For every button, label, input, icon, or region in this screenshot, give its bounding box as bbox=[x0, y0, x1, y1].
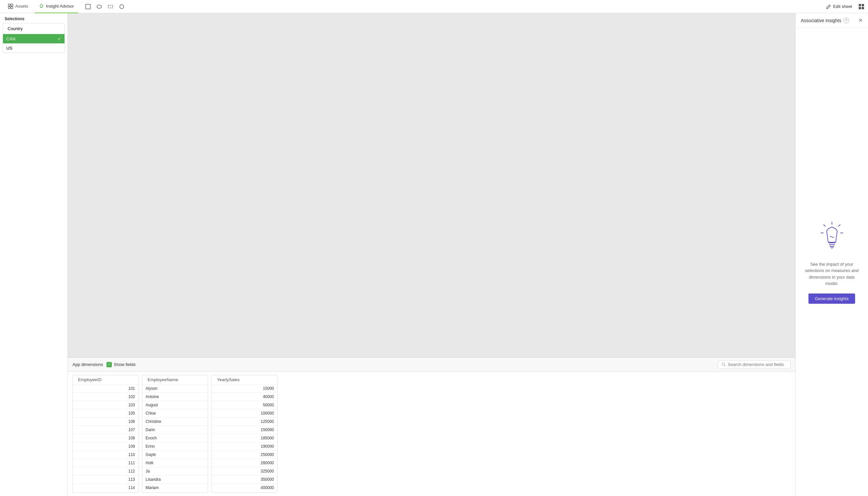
dim-row[interactable]: 111 bbox=[73, 459, 138, 467]
dim-row[interactable]: Antoine bbox=[142, 393, 208, 401]
help-icon[interactable]: ? bbox=[843, 17, 849, 24]
dim-row[interactable]: 350000 bbox=[212, 476, 277, 484]
dim-row[interactable]: August bbox=[142, 401, 208, 409]
topbar-right: Edit sheet bbox=[822, 3, 864, 10]
dim-row[interactable]: 101 bbox=[73, 385, 138, 393]
dim-row[interactable]: Alyson bbox=[142, 385, 208, 393]
dim-row[interactable]: Lisandra bbox=[142, 476, 208, 484]
dim-row[interactable]: 15000 bbox=[212, 385, 277, 393]
dim-row[interactable]: 40000 bbox=[212, 393, 277, 401]
dim-row[interactable]: 250000 bbox=[212, 451, 277, 459]
dim-row[interactable]: 325000 bbox=[212, 467, 277, 476]
dim-row[interactable]: Gayle bbox=[142, 451, 208, 459]
dim-row[interactable]: 109 bbox=[73, 443, 138, 451]
row-label: Lisandra bbox=[145, 477, 161, 482]
show-fields-label: Show fields bbox=[114, 362, 136, 367]
associative-insights-panel: Associative insights ? ✕ bbox=[795, 13, 868, 496]
grid-view-icon[interactable] bbox=[859, 4, 864, 9]
right-panel-description: See the impact of your selections on mea… bbox=[802, 261, 862, 287]
show-fields-checkbox[interactable]: ✓ bbox=[107, 362, 112, 367]
generate-insights-button[interactable]: Generate insights bbox=[808, 294, 855, 304]
dimensions-toolbar: App dimensions ✓ Show fields bbox=[68, 357, 795, 372]
row-value: 15000 bbox=[263, 386, 274, 391]
select-tool-icon[interactable] bbox=[83, 2, 93, 11]
dim-row[interactable]: 125000 bbox=[212, 418, 277, 426]
dim-row[interactable]: Erinn bbox=[142, 443, 208, 451]
dim-row[interactable]: 100000 bbox=[212, 409, 277, 418]
row-label: Erinn bbox=[145, 444, 155, 449]
col-name-input[interactable] bbox=[147, 377, 203, 382]
topbar: Assets Insight Advisor Edit sheet bbox=[0, 0, 868, 13]
dim-row[interactable]: 400000 bbox=[212, 484, 277, 492]
dim-search-input[interactable] bbox=[728, 362, 787, 367]
dim-row[interactable]: 107 bbox=[73, 426, 138, 434]
filter-item-us[interactable]: US bbox=[3, 43, 64, 52]
dim-search-wrapper bbox=[718, 360, 791, 369]
col-name-input[interactable] bbox=[217, 377, 272, 382]
dim-col-header-employeeid bbox=[73, 375, 138, 385]
dim-row[interactable]: 114 bbox=[73, 484, 138, 492]
dim-row[interactable]: 105 bbox=[73, 409, 138, 418]
filter-item-us-label: US bbox=[6, 46, 12, 51]
close-panel-button[interactable]: ✕ bbox=[858, 17, 863, 24]
row-value: 100000 bbox=[261, 411, 274, 416]
dim-row[interactable]: Mariam bbox=[142, 484, 208, 492]
row-value: 350000 bbox=[261, 477, 274, 482]
dim-col-body-yearlysales: 1500040000500001000001250001500001850001… bbox=[212, 385, 277, 492]
row-label: Gayle bbox=[145, 452, 156, 457]
circle-tool-icon[interactable] bbox=[117, 2, 126, 11]
dim-row[interactable]: Holli bbox=[142, 459, 208, 467]
col-name-input[interactable] bbox=[78, 377, 133, 382]
dim-row[interactable]: 280000 bbox=[212, 459, 277, 467]
row-label: Christine bbox=[145, 419, 161, 424]
row-value: 111 bbox=[128, 461, 135, 465]
toolbar-icons bbox=[83, 2, 126, 11]
dim-row[interactable]: 150000 bbox=[212, 426, 277, 434]
dim-row[interactable]: 113 bbox=[73, 476, 138, 484]
filter-item-can-label: CAN bbox=[6, 36, 15, 41]
svg-rect-2 bbox=[8, 6, 10, 9]
dim-row[interactable]: 108 bbox=[73, 434, 138, 443]
svg-line-41 bbox=[824, 225, 825, 226]
svg-rect-8 bbox=[86, 4, 90, 9]
svg-rect-1 bbox=[11, 4, 13, 6]
show-fields-toggle[interactable]: ✓ Show fields bbox=[107, 362, 136, 367]
dim-row[interactable]: 50000 bbox=[212, 401, 277, 409]
row-label: Holli bbox=[145, 461, 153, 465]
row-value: 190000 bbox=[261, 444, 274, 449]
app-dimensions-label: App dimensions bbox=[73, 362, 103, 367]
dim-row[interactable]: 103 bbox=[73, 401, 138, 409]
dim-col-body-employeename: AlysonAntoineAugustChloeChristineDarinEn… bbox=[142, 385, 208, 492]
tab-assets[interactable]: Assets bbox=[4, 0, 32, 13]
dim-row[interactable]: Chloe bbox=[142, 409, 208, 418]
dim-row[interactable]: 190000 bbox=[212, 443, 277, 451]
filter-item-can[interactable]: CAN ✓ bbox=[3, 34, 64, 43]
dim-row[interactable]: 112 bbox=[73, 467, 138, 476]
dim-row[interactable]: 102 bbox=[73, 393, 138, 401]
dim-row[interactable]: 110 bbox=[73, 451, 138, 459]
dim-row[interactable]: Ja bbox=[142, 467, 208, 476]
dim-row[interactable]: Enoch bbox=[142, 434, 208, 443]
lasso-tool-icon[interactable] bbox=[95, 2, 104, 11]
main-layout: Selections CAN ✓ bbox=[0, 13, 868, 496]
row-value: 250000 bbox=[261, 452, 274, 457]
tab-insight-advisor[interactable]: Insight Advisor bbox=[35, 0, 78, 13]
dim-row[interactable]: Darin bbox=[142, 426, 208, 434]
row-value: 105 bbox=[128, 411, 135, 416]
svg-point-9 bbox=[97, 5, 101, 8]
associative-insights-title: Associative insights bbox=[801, 18, 841, 23]
row-label: August bbox=[145, 403, 158, 407]
row-value: 110 bbox=[128, 452, 135, 457]
dim-row[interactable]: 185000 bbox=[212, 434, 277, 443]
row-value: 109 bbox=[128, 444, 135, 449]
dim-row[interactable]: Christine bbox=[142, 418, 208, 426]
edit-sheet-button[interactable]: Edit sheet bbox=[822, 3, 856, 10]
row-value: 103 bbox=[128, 403, 135, 407]
range-tool-icon[interactable] bbox=[106, 2, 115, 11]
row-value: 280000 bbox=[261, 461, 274, 465]
dim-row[interactable]: 106 bbox=[73, 418, 138, 426]
row-label: Mariam bbox=[145, 485, 159, 490]
dim-col-employeename: AlysonAntoineAugustChloeChristineDarinEn… bbox=[142, 375, 208, 493]
filter-search-input[interactable] bbox=[7, 26, 63, 31]
right-panel-body: See the impact of your selections on mea… bbox=[795, 28, 868, 496]
